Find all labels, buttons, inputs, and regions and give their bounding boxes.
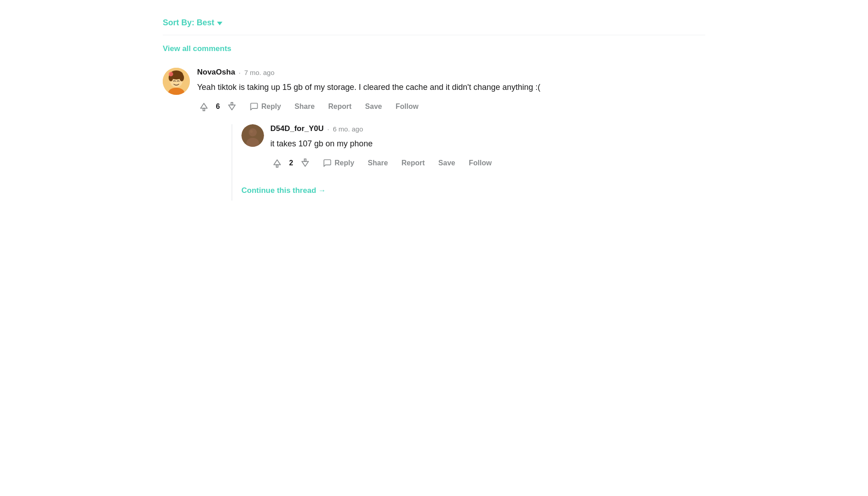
- save-label-1: Save: [365, 103, 382, 111]
- follow-label-1: Follow: [396, 103, 419, 111]
- svg-point-4: [179, 74, 184, 81]
- reply-1-actions: 2: [270, 156, 705, 170]
- reply-1: D54D_for_Y0U · 6 mo. ago it takes 107 gb…: [241, 124, 705, 170]
- svg-point-5: [169, 72, 173, 76]
- avatar-novaosha: [163, 68, 190, 95]
- reply-thread-1: D54D_for_Y0U · 6 mo. ago it takes 107 gb…: [231, 124, 705, 201]
- svg-rect-7: [203, 108, 205, 111]
- downvote-button-1[interactable]: [225, 100, 239, 113]
- report-label-1: Report: [328, 103, 352, 111]
- report-button-1[interactable]: Report: [326, 101, 354, 112]
- divider: [163, 35, 705, 35]
- avatar-d54d: [241, 124, 264, 147]
- follow-button-1[interactable]: Follow: [393, 101, 421, 112]
- share-button-reply-1[interactable]: Share: [365, 157, 391, 169]
- save-button-1[interactable]: Save: [363, 101, 385, 112]
- reply-1-username: D54D_for_Y0U: [270, 124, 324, 133]
- comment-1-username: NovaOsha: [197, 68, 235, 77]
- continue-thread-link[interactable]: Continue this thread →: [241, 186, 705, 195]
- svg-point-12: [250, 130, 253, 133]
- comment-icon-reply-1: [323, 159, 332, 168]
- comment-1: NovaOsha · 7 mo. ago Yeah tiktok is taki…: [163, 68, 705, 201]
- share-label-reply-1: Share: [368, 159, 388, 167]
- vote-count-reply-1: 2: [288, 159, 295, 167]
- reply-1-body: D54D_for_Y0U · 6 mo. ago it takes 107 gb…: [270, 124, 705, 170]
- comment-1-body: NovaOsha · 7 mo. ago Yeah tiktok is taki…: [197, 68, 705, 201]
- meta-dot-reply-1: ·: [327, 125, 329, 133]
- comment-button-reply-1[interactable]: Reply: [320, 157, 357, 169]
- comment-1-votes: 6: [197, 100, 239, 113]
- reply-1-text: it takes 107 gb on my phone: [270, 138, 705, 150]
- reply-label-reply-1: Reply: [335, 159, 354, 167]
- reply-1-votes: 2: [270, 156, 312, 170]
- svg-rect-13: [276, 165, 278, 168]
- upvote-icon-1: [199, 102, 209, 112]
- share-button-1[interactable]: Share: [292, 101, 317, 112]
- vote-count-1: 6: [214, 103, 222, 111]
- comments-section: NovaOsha · 7 mo. ago Yeah tiktok is taki…: [163, 68, 705, 204]
- svg-point-10: [249, 128, 257, 136]
- reply-1-meta: D54D_for_Y0U · 6 mo. ago: [270, 124, 705, 133]
- sort-label: Sort By: Best: [163, 18, 214, 28]
- downvote-icon-1: [227, 102, 237, 112]
- comment-1-actions: 6 Reply: [197, 100, 705, 113]
- comment-1-timestamp: 7 mo. ago: [244, 69, 274, 76]
- reply-label-1: Reply: [261, 103, 281, 111]
- save-label-reply-1: Save: [439, 159, 455, 167]
- follow-label-reply-1: Follow: [469, 159, 492, 167]
- downvote-icon-reply-1: [300, 158, 310, 168]
- page-container: Sort By: Best View all comments: [118, 0, 750, 222]
- reply-1-timestamp: 6 mo. ago: [333, 125, 363, 133]
- report-label-reply-1: Report: [401, 159, 425, 167]
- comment-1-text: Yeah tiktok is taking up 15 gb of my sto…: [197, 81, 705, 94]
- sort-button[interactable]: Sort By: Best: [163, 18, 222, 28]
- downvote-button-reply-1[interactable]: [298, 156, 312, 170]
- view-all-comments-link[interactable]: View all comments: [163, 44, 705, 53]
- comment-1-meta: NovaOsha · 7 mo. ago: [197, 68, 705, 77]
- upvote-button-1[interactable]: [197, 100, 211, 113]
- share-label-1: Share: [295, 103, 315, 111]
- continue-thread: Continue this thread →: [241, 181, 705, 201]
- save-button-reply-1[interactable]: Save: [436, 157, 458, 169]
- upvote-icon-reply-1: [272, 158, 282, 168]
- report-button-reply-1[interactable]: Report: [399, 157, 428, 169]
- chevron-down-icon: [217, 22, 222, 25]
- upvote-button-reply-1[interactable]: [270, 156, 284, 170]
- follow-button-reply-1[interactable]: Follow: [466, 157, 495, 169]
- meta-dot-1: ·: [239, 69, 241, 76]
- comment-button-1[interactable]: Reply: [247, 100, 284, 113]
- comment-icon-1: [250, 102, 259, 111]
- sort-bar: Sort By: Best: [163, 18, 705, 28]
